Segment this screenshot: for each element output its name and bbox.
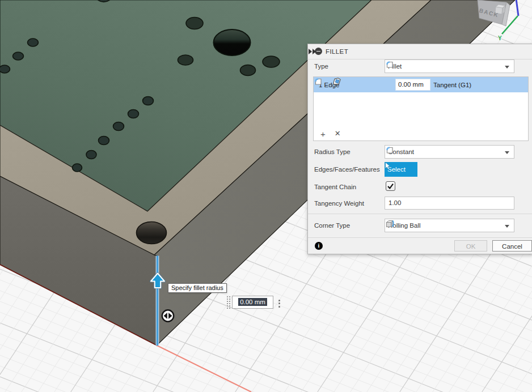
fillet-dialog-header[interactable]: FILLET [308,44,532,59]
tangent-chain-checkbox[interactable] [386,181,395,191]
fusion-viewport: BACK Y Specify fillet radius 0.00 mm FIL… [0,0,532,392]
corner-type-label: Corner Type [314,219,350,232]
edge-radius-input[interactable]: 0.00 mm [395,79,430,91]
fillet-dialog: FILLET Type Fillet 1 Edge 0.00 mm Tangen… [307,44,532,254]
fillet-radius-input[interactable]: 0.00 mm [232,296,273,309]
fillet-type-icon [385,60,394,69]
chevron-down-icon [505,151,509,154]
dialog-title: FILLET [326,44,348,59]
remove-selection-button[interactable]: ✕ [335,129,341,139]
check-icon [386,182,395,190]
tooltip-specify-fillet-radius: Specify fillet radius [168,283,227,293]
flip-direction-icon[interactable] [162,310,174,321]
cancel-button[interactable]: Cancel [492,240,532,252]
board-large-hole [214,29,251,56]
tangency-weight-label: Tangency Weight [314,197,364,210]
double-arrow-icon[interactable] [308,49,316,54]
cursor-icon [385,162,391,170]
tangency-weight-input[interactable]: 1.00 [385,197,514,210]
chevron-down-icon [505,225,509,228]
edge-set-list[interactable]: 1 Edge 0.00 mm Tangent (G1) + ✕ [313,76,529,141]
tangent-continuity-icon [332,77,342,86]
divider [308,237,532,238]
rolling-ball-icon [385,219,395,228]
info-icon[interactable]: i [315,242,323,250]
edge-count-label: 1 Edge [319,82,394,88]
input-options-menu-icon[interactable] [277,298,281,309]
select-button[interactable]: Select [385,162,417,177]
radius-type-label: Radius Type [314,145,351,159]
chevron-down-icon [505,66,509,69]
constant-radius-icon [385,146,394,155]
ok-button[interactable]: OK [454,240,487,252]
selection-label: Edges/Faces/Features [314,163,380,176]
radius-type-dropdown[interactable]: Constant [385,145,514,159]
type-dropdown[interactable]: Fillet [385,59,514,73]
selected-input-text: 0.00 mm [238,298,267,306]
corner-type-dropdown[interactable]: Rolling Ball [385,219,514,232]
divider [308,214,532,214]
edge-set-row[interactable]: 1 Edge 0.00 mm Tangent (G1) [314,77,528,92]
fillet-type-icon [314,77,323,86]
input-drag-handle[interactable] [226,295,231,310]
tangent-chain-label: Tangent Chain [314,180,356,194]
continuity-value[interactable]: Tangent (G1) [433,82,471,88]
add-selection-button[interactable]: + [320,129,326,139]
ledge-counterbore-hole [137,222,167,244]
y-axis-label: Y [498,35,502,41]
type-label: Type [314,59,328,73]
